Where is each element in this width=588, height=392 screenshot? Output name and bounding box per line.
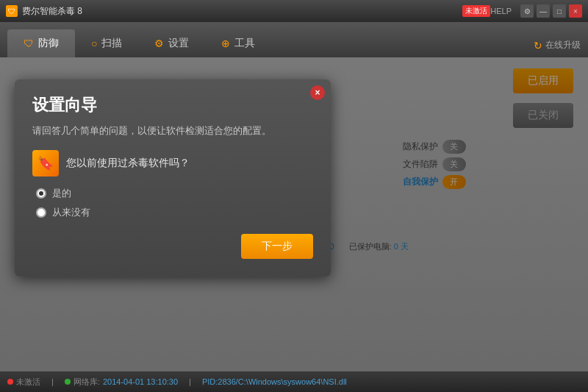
scan-icon: ○ [91,38,97,49]
dialog-question-row: 🔖 您以前使用过杀毒软件吗？ [32,150,313,177]
main-content: 🛡 已启用 已关闭 云安全 开 隐私保护 关 系统加固 关 [0,57,588,371]
dialog-close-button[interactable]: × [310,85,325,100]
radio-never[interactable] [36,207,46,218]
app-icon: 🛡 [6,5,18,17]
status-item-network: 网络库: 2014-04-01 13:10:30 [65,377,178,388]
dialog-options: 是的 从来没有 [36,187,313,219]
question-icon: 🔖 [32,150,59,177]
upgrade-icon: ↻ [534,40,542,51]
option-yes-label: 是的 [52,187,71,200]
defend-icon: 🛡 [24,38,34,49]
status-bar: 未激活 | 网络库: 2014-04-01 13:10:30 | PID:283… [0,371,588,392]
tab-settings[interactable]: ⚙ 设置 [138,29,205,57]
settings-icon[interactable]: ⚙ [520,4,534,18]
minimize-button[interactable]: — [537,4,550,18]
activation-badge: 未激活 [462,5,490,17]
status-separator-2: | [189,377,191,386]
app-title: 费尔智能杀毒 8 [22,5,459,18]
title-controls: HELP ⚙ — □ × [490,4,582,18]
tab-defend-label: 防御 [38,37,59,50]
settings-nav-icon: ⚙ [154,38,164,49]
help-label[interactable]: HELP [490,7,512,15]
tab-settings-label: 设置 [168,37,189,50]
setup-wizard-dialog: × 设置向导 请回答几个简单的问题，以便让软件检测适合您的配置。 🔖 您以前使用… [15,79,331,277]
dialog-title: 设置向导 [32,94,313,116]
radio-yes[interactable] [36,188,46,199]
dialog-overlay: × 设置向导 请回答几个简单的问题，以便让软件检测适合您的配置。 🔖 您以前使用… [0,57,588,371]
tab-tools[interactable]: ⊕ 工具 [205,29,271,57]
tools-icon: ⊕ [221,38,230,49]
option-never[interactable]: 从来没有 [36,206,313,219]
nav-bar: 🛡 防御 ○ 扫描 ⚙ 设置 ⊕ 工具 ↻ 在线升级 [0,22,588,57]
title-bar: 🛡 费尔智能杀毒 8 未激活 HELP ⚙ — □ × [0,0,588,22]
status-separator-1: | [51,377,54,386]
tab-scan-label: 扫描 [101,37,122,50]
status-indicator-red [7,379,13,385]
dialog-question: 您以前使用过杀毒软件吗？ [66,157,190,170]
option-yes[interactable]: 是的 [36,187,313,200]
close-button[interactable]: × [569,4,582,18]
tab-scan[interactable]: ○ 扫描 [75,29,138,57]
tab-defend[interactable]: 🛡 防御 [7,29,75,57]
network-value[interactable]: 2014-04-01 13:10:30 [103,377,178,386]
option-never-label: 从来没有 [52,206,90,219]
status-indicator-green [65,379,71,385]
maximize-button[interactable]: □ [553,4,566,18]
network-label: 网络库: [74,377,100,388]
pid-info: PID:2836/C:\Windows\syswow64\NSI.dll [202,377,347,386]
next-button[interactable]: 下一步 [241,234,313,259]
dialog-description: 请回答几个简单的问题，以便让软件检测适合您的配置。 [32,124,313,138]
dialog-footer: 下一步 [32,234,313,259]
online-upgrade-label: 在线升级 [545,39,581,51]
tab-tools-label: 工具 [234,37,255,50]
online-upgrade-button[interactable]: ↻ 在线升级 [534,39,581,57]
status-item-activation: 未激活 [7,377,40,388]
status-activation-label: 未激活 [16,377,40,388]
